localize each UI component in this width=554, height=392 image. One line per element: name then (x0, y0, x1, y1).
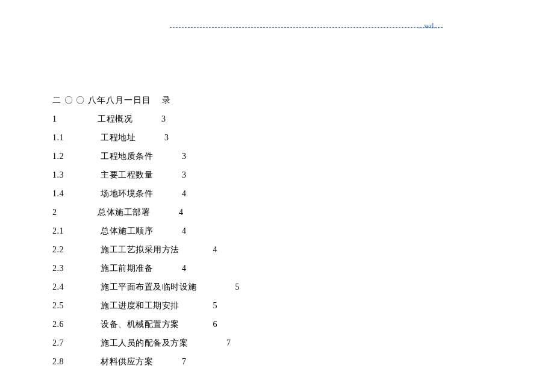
toc-number: 1 (52, 114, 98, 124)
toc-label: 工程地址 (101, 133, 135, 142)
toc-label: 工程地质条件 (101, 152, 153, 161)
toc-number: 2.6 (52, 320, 101, 329)
toc-row: 1.2工程地质条件 3 (52, 151, 498, 162)
toc-label: 材料供应方案 (101, 357, 153, 366)
toc-page: 4 (182, 189, 187, 198)
toc-number: 1.1 (52, 133, 101, 143)
toc-gap (135, 133, 164, 142)
toc-number: 2.8 (52, 357, 101, 367)
toc-number: 2.1 (52, 226, 101, 236)
toc-gap (153, 226, 182, 235)
toc-label: 总体施工顺序 (101, 226, 153, 235)
toc-number: 2.2 (52, 245, 101, 255)
toc-row: 1.3主要工程数量 3 (52, 170, 498, 181)
toc-page: 7 (226, 338, 231, 347)
toc-label: 工程概况 (98, 114, 132, 123)
toc-gap (153, 264, 182, 273)
toc-number: 2 (52, 208, 98, 217)
toc-gap (153, 357, 182, 366)
toc-label: 施工进度和工期安排 (101, 301, 179, 310)
toc-page: 6 (213, 320, 218, 329)
toc-page: 4 (179, 208, 184, 217)
toc-gap (179, 245, 213, 254)
toc-page: 5 (235, 282, 240, 291)
toc-page: 4 (182, 264, 187, 273)
toc-row: 1工程概况 3 (52, 114, 498, 125)
toc-row: 2.1总体施工顺序 4 (52, 226, 498, 237)
toc-label: 施工人员的配备及方案 (101, 338, 188, 347)
toc-gap (179, 320, 213, 329)
toc-page: 3 (161, 114, 166, 123)
toc-gap (132, 114, 161, 123)
toc-number: 1.4 (52, 189, 101, 199)
toc-number: 2.3 (52, 264, 101, 273)
toc-page: 7 (182, 357, 187, 366)
toc-page: 4 (182, 226, 187, 235)
toc-row: 2.8材料供应方案 7 (52, 356, 498, 367)
toc-row: 2.4施工平面布置及临时设施 5 (52, 282, 498, 293)
toc-row: 2总体施工部署 4 (52, 207, 498, 218)
toc-gap (153, 189, 182, 198)
toc-gap (153, 152, 182, 161)
toc-row: 2.3施工前期准备 4 (52, 263, 498, 274)
toc-list: 1工程概况 31.1工程地址 31.2工程地质条件 31.3主要工程数量 31.… (52, 114, 498, 367)
toc-page: 5 (213, 301, 218, 310)
toc-label: 施工平面布置及临时设施 (101, 282, 197, 291)
title-lu: 录 (162, 96, 171, 105)
toc-page: 3 (182, 152, 187, 161)
toc-label: 施工前期准备 (101, 264, 153, 273)
toc-gap (150, 208, 179, 217)
toc-label: 场地环境条件 (101, 189, 153, 198)
toc-label: 总体施工部署 (98, 208, 150, 217)
toc-number: 1.3 (52, 170, 101, 180)
title-date: 二 〇 〇 八年八月一日目 (52, 96, 151, 105)
toc-gap (197, 282, 235, 291)
toc-label: 施工工艺拟采用方法 (101, 245, 179, 254)
toc-row: 1.4场地环境条件 4 (52, 188, 498, 199)
toc-page: 3 (164, 133, 169, 142)
toc-gap (179, 301, 213, 310)
toc-number: 2.4 (52, 282, 101, 292)
title-line: 二 〇 〇 八年八月一日目录 (52, 95, 498, 106)
toc-number: 1.2 (52, 152, 101, 161)
toc-page: 3 (182, 170, 187, 179)
toc-page: 4 (213, 245, 218, 254)
toc-label: 设备、机械配置方案 (101, 320, 179, 329)
toc-label: 主要工程数量 (101, 170, 153, 179)
toc-row: 2.7施工人员的配备及方案 7 (52, 338, 498, 349)
content-area: 二 〇 〇 八年八月一日目录 1工程概况 31.1工程地址 31.2工程地质条件… (52, 95, 498, 375)
toc-gap (188, 338, 226, 347)
toc-number: 2.5 (52, 301, 101, 311)
header-label: ...wd... (170, 18, 443, 28)
toc-row: 1.1工程地址 3 (52, 132, 498, 143)
toc-number: 2.7 (52, 338, 101, 348)
toc-row: 2.5施工进度和工期安排 5 (52, 300, 498, 311)
toc-row: 2.2施工工艺拟采用方法 4 (52, 244, 498, 255)
toc-gap (153, 170, 182, 179)
toc-row: 2.6设备、机械配置方案 6 (52, 319, 498, 330)
